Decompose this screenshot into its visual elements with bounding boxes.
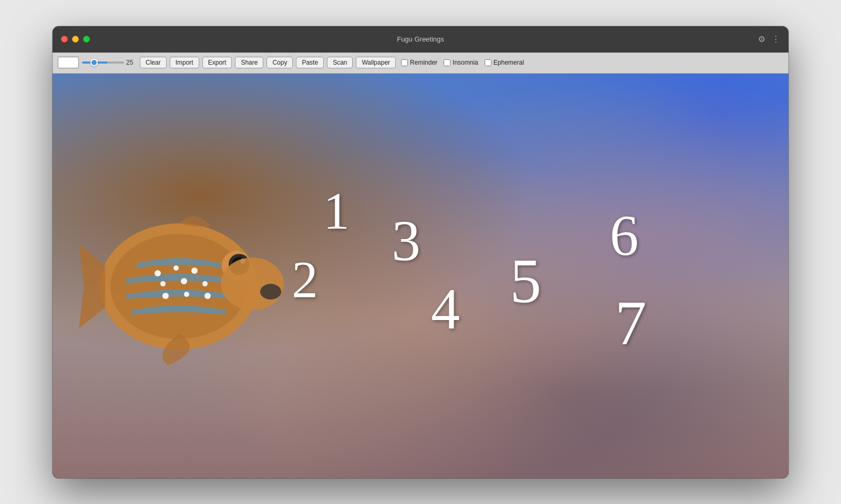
drawn-5: 5	[510, 246, 541, 316]
drawn-3: 3	[392, 209, 420, 273]
color-swatch[interactable]	[58, 57, 79, 68]
wallpaper-button[interactable]: Wallpaper	[356, 57, 396, 68]
svg-point-9	[184, 292, 189, 297]
drawn-1: 1	[323, 182, 350, 240]
ephemeral-checkbox[interactable]	[485, 59, 491, 66]
share-button[interactable]: Share	[235, 57, 263, 68]
svg-point-10	[204, 293, 211, 299]
traffic-lights	[61, 36, 90, 43]
svg-point-5	[160, 281, 166, 286]
svg-point-15	[221, 258, 284, 310]
extensions-icon[interactable]: ⚙	[758, 34, 765, 44]
canvas-area[interactable]: 1 2 3 4 5 6 7	[53, 74, 788, 478]
drawn-2: 2	[292, 250, 318, 308]
titlebar-actions: ⚙ ⋮	[758, 34, 780, 44]
svg-point-6	[181, 278, 187, 284]
svg-point-8	[162, 293, 169, 299]
brush-size-control: 25	[82, 59, 137, 66]
reminder-checkbox[interactable]	[401, 59, 408, 66]
export-button[interactable]: Export	[202, 57, 232, 68]
insomnia-checkbox-label[interactable]: Insomnia	[444, 59, 478, 66]
brush-size-value: 25	[126, 59, 137, 66]
fish-illustration	[74, 171, 294, 381]
app-window: Fugu Greetings ⚙ ⋮ 25 Clear Import Expor…	[53, 26, 788, 478]
window-title: Fugu Greetings	[397, 35, 444, 43]
brush-size-slider[interactable]	[82, 61, 124, 64]
drawn-7: 7	[615, 288, 647, 358]
import-button[interactable]: Import	[170, 57, 199, 68]
svg-point-4	[191, 268, 198, 274]
drawn-4: 4	[431, 277, 460, 341]
close-button[interactable]	[61, 36, 68, 43]
drawn-6: 6	[610, 203, 639, 268]
more-options-icon[interactable]: ⋮	[772, 34, 780, 44]
copy-button[interactable]: Copy	[266, 57, 293, 68]
ephemeral-checkbox-label[interactable]: Ephemeral	[485, 59, 524, 66]
minimize-button[interactable]	[72, 36, 79, 43]
background-scene: 1 2 3 4 5 6 7	[53, 74, 788, 478]
insomnia-label: Insomnia	[453, 59, 478, 66]
titlebar: Fugu Greetings ⚙ ⋮	[53, 26, 788, 53]
reminder-label: Reminder	[410, 59, 437, 66]
scan-button[interactable]: Scan	[327, 57, 353, 68]
checkbox-group: Reminder Insomnia Ephemeral	[401, 59, 524, 66]
svg-point-3	[173, 265, 179, 271]
svg-point-7	[202, 281, 208, 286]
paste-button[interactable]: Paste	[296, 57, 324, 68]
insomnia-checkbox[interactable]	[444, 59, 450, 66]
reminder-checkbox-label[interactable]: Reminder	[401, 59, 437, 66]
clear-button[interactable]: Clear	[140, 57, 167, 68]
maximize-button[interactable]	[83, 36, 90, 43]
ephemeral-label: Ephemeral	[494, 59, 524, 66]
toolbar: 25 Clear Import Export Share Copy Paste …	[53, 53, 788, 74]
svg-point-2	[155, 270, 161, 276]
svg-point-16	[260, 284, 281, 300]
